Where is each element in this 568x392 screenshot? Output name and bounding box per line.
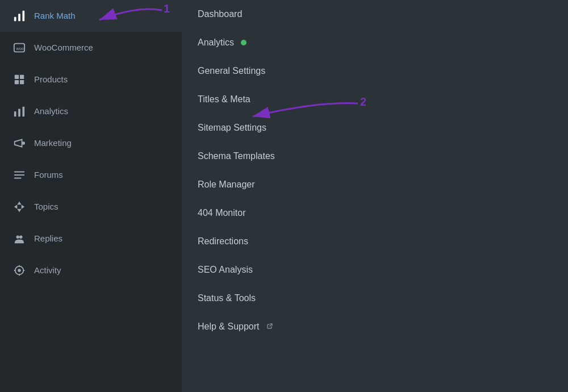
- sidebar-item-rank-math[interactable]: Rank Math: [0, 0, 182, 32]
- sidebar-item-label-products: Products: [34, 74, 68, 85]
- activity-icon: [11, 262, 27, 278]
- submenu: DashboardAnalyticsGeneral SettingsTitles…: [182, 0, 568, 392]
- submenu-item-schema-templates[interactable]: Schema Templates: [182, 142, 568, 170]
- marketing-icon: [11, 135, 27, 151]
- submenu-label-schema-templates: Schema Templates: [198, 151, 275, 161]
- sidebar-item-forums[interactable]: Forums: [0, 159, 182, 191]
- sidebar-item-label-forums: Forums: [34, 169, 63, 181]
- svg-point-16: [16, 236, 20, 239]
- svg-point-18: [18, 269, 21, 272]
- svg-rect-10: [18, 109, 20, 116]
- submenu-label-general-settings: General Settings: [198, 66, 265, 76]
- submenu-item-dashboard[interactable]: Dashboard: [182, 0, 568, 28]
- submenu-label-404-monitor: 404 Monitor: [198, 208, 246, 218]
- sidebar-item-topics[interactable]: Topics: [0, 191, 182, 223]
- svg-rect-11: [23, 107, 25, 116]
- submenu-label-seo-analysis: SEO Analysis: [198, 265, 253, 275]
- submenu-label-titles-meta: Titles & Meta: [198, 94, 250, 105]
- submenu-item-help-support[interactable]: Help & Support: [182, 312, 568, 341]
- submenu-label-sitemap-settings: Sitemap Settings: [198, 123, 266, 133]
- sidebar-item-activity[interactable]: Activity: [0, 255, 182, 286]
- svg-text:woo: woo: [16, 46, 24, 51]
- replies-icon: [11, 231, 27, 247]
- sidebar-item-woocommerce[interactable]: wooWooCommerce: [0, 32, 182, 64]
- sidebar-item-label-woocommerce: WooCommerce: [34, 42, 93, 53]
- submenu-label-redirections: Redirections: [198, 236, 248, 247]
- svg-rect-6: [20, 75, 24, 79]
- sidebar-item-label-topics: Topics: [34, 201, 59, 212]
- svg-rect-2: [23, 11, 25, 21]
- submenu-label-analytics: Analytics: [198, 37, 234, 48]
- submenu-item-sitemap-settings[interactable]: Sitemap Settings: [182, 114, 568, 142]
- sidebar-item-analytics[interactable]: Analytics: [0, 95, 182, 127]
- svg-rect-0: [14, 17, 16, 21]
- submenu-item-role-manager[interactable]: Role Manager: [182, 170, 568, 199]
- svg-rect-14: [14, 174, 24, 176]
- svg-rect-5: [15, 75, 19, 79]
- forums-icon: [11, 167, 27, 183]
- submenu-label-role-manager: Role Manager: [198, 180, 255, 190]
- sidebar-item-marketing[interactable]: Marketing: [0, 127, 182, 159]
- submenu-item-redirections[interactable]: Redirections: [182, 227, 568, 256]
- submenu-item-status-tools[interactable]: Status & Tools: [182, 284, 568, 312]
- submenu-item-analytics[interactable]: Analytics: [182, 28, 568, 57]
- sidebar-item-label-analytics: Analytics: [34, 106, 68, 117]
- analytics-green-dot: [241, 40, 247, 45]
- submenu-label-help-support: Help & Support: [198, 322, 260, 332]
- sidebar-item-replies[interactable]: Replies: [0, 223, 182, 255]
- submenu-item-general-settings[interactable]: General Settings: [182, 57, 568, 85]
- topics-icon: [11, 199, 27, 215]
- submenu-item-titles-meta[interactable]: Titles & Meta: [182, 85, 568, 114]
- sidebar: Rank MathwooWooCommerceProductsAnalytics…: [0, 0, 182, 392]
- svg-rect-9: [14, 111, 16, 116]
- svg-rect-13: [14, 172, 24, 173]
- sidebar-item-products[interactable]: Products: [0, 64, 182, 95]
- external-link-icon: [266, 323, 273, 331]
- submenu-label-dashboard: Dashboard: [198, 9, 242, 19]
- svg-rect-15: [14, 178, 22, 179]
- products-icon: [11, 72, 27, 87]
- svg-rect-1: [18, 14, 20, 21]
- sidebar-item-label-marketing: Marketing: [34, 137, 72, 149]
- svg-rect-8: [20, 80, 24, 84]
- sidebar-item-label-rank-math: Rank Math: [34, 10, 76, 22]
- svg-point-17: [19, 236, 23, 239]
- svg-rect-7: [15, 80, 19, 84]
- submenu-item-404-monitor[interactable]: 404 Monitor: [182, 199, 568, 227]
- analytics-icon: [11, 103, 27, 119]
- submenu-item-seo-analysis[interactable]: SEO Analysis: [182, 256, 568, 284]
- rank-math-icon: [11, 8, 27, 24]
- submenu-label-status-tools: Status & Tools: [198, 293, 256, 303]
- woocommerce-icon: woo: [11, 40, 27, 56]
- svg-point-12: [22, 141, 26, 145]
- sidebar-item-label-activity: Activity: [34, 265, 61, 276]
- sidebar-item-label-replies: Replies: [34, 233, 62, 244]
